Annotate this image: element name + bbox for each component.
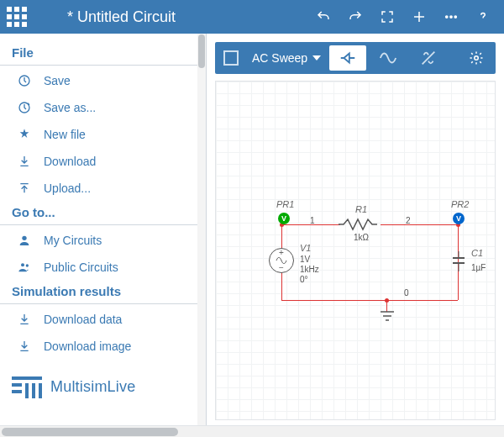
logo-text: MultisimLive: [50, 378, 135, 396]
probe-pr1[interactable]: V: [278, 213, 290, 224]
menu-label: Download image: [44, 340, 131, 353]
menu-publiccircuits[interactable]: Public Circuits: [0, 254, 206, 281]
fullscreen-button[interactable]: [373, 3, 402, 31]
node-0: 0: [404, 288, 409, 297]
menu-label: Public Circuits: [44, 261, 118, 274]
capacitor-c1[interactable]: [451, 251, 466, 271]
grid-icon: [7, 7, 27, 27]
source-freq: 1kHz: [300, 265, 319, 274]
wire[interactable]: [381, 224, 458, 225]
plus-icon: [412, 9, 427, 24]
section-simresults: Simulation results: [0, 281, 206, 304]
svg-rect-13: [39, 383, 42, 398]
sine-icon: [379, 49, 397, 67]
app-menu-button[interactable]: [0, 0, 34, 34]
sidebar-scrollbar[interactable]: [197, 34, 206, 437]
menu-label: Upload...: [44, 182, 91, 195]
scrollbar-thumb[interactable]: [2, 428, 178, 436]
sidebar: File Save Save as... New file Download U…: [0, 34, 207, 437]
menu-label: New file: [44, 128, 86, 141]
svg-rect-11: [25, 383, 29, 398]
bottom-scrollbar[interactable]: [0, 425, 504, 437]
probe-label: PR1: [276, 199, 294, 209]
save-icon: [17, 73, 32, 88]
more-button[interactable]: [437, 3, 465, 31]
svg-rect-9: [12, 383, 22, 387]
logo: MultisimLive: [0, 360, 206, 413]
menu-label: Save: [44, 74, 71, 87]
ground[interactable]: [379, 310, 396, 324]
simulation-mode-label: AC Sweep: [252, 51, 307, 65]
svg-point-1: [450, 16, 452, 18]
download-icon: [17, 339, 32, 354]
resistor-r1[interactable]: [339, 218, 382, 231]
svg-point-14: [475, 56, 479, 61]
stop-button[interactable]: [223, 50, 239, 66]
document-title: * Untitled Circuit: [34, 8, 309, 26]
split-icon: [419, 49, 438, 67]
menu-download[interactable]: Download: [0, 148, 206, 175]
menu-label: Save as...: [44, 101, 96, 114]
chevron-down-icon: [312, 55, 321, 61]
node-joint: [385, 298, 389, 303]
settings-button[interactable]: [462, 44, 491, 72]
saveas-icon: [17, 100, 32, 115]
redo-icon: [348, 9, 363, 24]
upload-icon: [17, 181, 32, 196]
svg-point-5: [22, 236, 26, 240]
gear-icon: [469, 50, 484, 66]
diode-icon: [339, 49, 357, 67]
undo-button[interactable]: [309, 3, 338, 31]
download-icon: [17, 154, 32, 169]
probe-pr2[interactable]: V: [453, 213, 465, 224]
svg-rect-8: [12, 376, 42, 380]
top-bar: * Untitled Circuit: [0, 0, 504, 34]
simulation-mode-select[interactable]: AC Sweep: [247, 51, 326, 65]
top-actions: [309, 3, 504, 31]
section-file: File: [0, 42, 206, 66]
menu-mycircuits[interactable]: My Circuits: [0, 227, 206, 254]
cap-value: 1µF: [471, 263, 486, 272]
menu-dlimage[interactable]: Download image: [0, 333, 206, 360]
tab-schematic[interactable]: [329, 45, 366, 71]
svg-rect-10: [12, 390, 22, 393]
simulation-toolbar: AC Sweep: [215, 42, 496, 74]
resistor-value: 1kΩ: [354, 233, 369, 242]
source-v1[interactable]: + −: [269, 248, 294, 273]
scrollbar-thumb[interactable]: [198, 34, 205, 68]
logo-icon: [12, 375, 42, 398]
fullscreen-icon: [380, 9, 395, 24]
source-amplitude: 1V: [300, 255, 310, 264]
help-icon: [475, 9, 491, 24]
schematic-canvas[interactable]: PR1 V PR2 V R1 1kΩ 1 2 0 + − V1 1V: [215, 81, 496, 420]
svg-rect-12: [32, 383, 35, 398]
menu-upload[interactable]: Upload...: [0, 175, 206, 202]
tab-grapher[interactable]: [370, 45, 407, 71]
svg-point-7: [26, 264, 29, 266]
probe-label: PR2: [451, 199, 469, 209]
svg-point-0: [446, 16, 448, 18]
add-button[interactable]: [405, 3, 433, 31]
menu-label: Download: [44, 155, 96, 168]
menu-saveas[interactable]: Save as...: [0, 94, 206, 121]
source-phase: 0°: [300, 275, 308, 284]
undo-icon: [316, 9, 331, 24]
menu-newfile[interactable]: New file: [0, 121, 206, 148]
node-2: 2: [406, 216, 411, 225]
svg-point-2: [454, 16, 456, 18]
user-icon: [17, 233, 32, 248]
newfile-icon: [17, 127, 32, 142]
svg-point-6: [21, 263, 24, 266]
download-icon: [17, 312, 32, 327]
menu-dldata[interactable]: Download data: [0, 306, 206, 333]
canvas-area: AC Sweep: [207, 34, 504, 437]
cap-name: C1: [471, 248, 483, 258]
wire[interactable]: [281, 300, 458, 301]
help-button[interactable]: [469, 3, 497, 31]
tab-split[interactable]: [410, 45, 447, 71]
node-1: 1: [310, 216, 315, 225]
menu-save[interactable]: Save: [0, 67, 206, 94]
users-icon: [17, 260, 32, 275]
redo-button[interactable]: [341, 3, 370, 31]
menu-label: Download data: [44, 313, 122, 326]
